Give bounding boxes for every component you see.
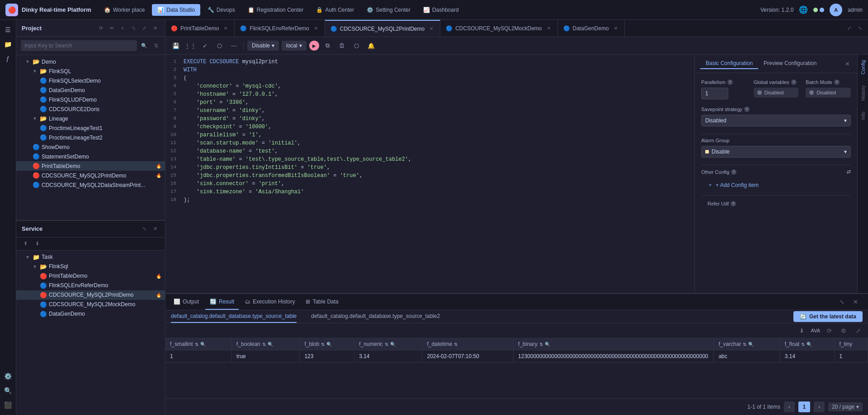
tree-item-statement[interactable]: 🔵 StatementSetDemo	[16, 152, 165, 161]
alert-btn[interactable]: 🔔	[365, 40, 377, 51]
other-config-icon[interactable]: ⇄	[847, 169, 851, 175]
sort-icon[interactable]: ⇅	[321, 342, 325, 347]
tab-close-icon[interactable]: ✕	[222, 25, 229, 32]
tab-datagen[interactable]: 🔵 DataGenDemo ✕	[558, 20, 625, 37]
info-icon[interactable]: ?	[834, 79, 840, 85]
edit-icon[interactable]: ✏	[107, 23, 116, 33]
per-page-select[interactable]: 20 / page ▾	[828, 402, 863, 411]
info-icon[interactable]: ?	[731, 201, 736, 206]
results-tab-table-data[interactable]: ⊞ Table Data	[301, 294, 343, 310]
tree-item-cdcsource-datastream[interactable]: 🔵 CDCSOURCE_MySQL2DataStreamPrint...	[16, 180, 165, 190]
service-tree-datagen[interactable]: 🔵 DataGenDemo	[16, 309, 165, 319]
sync-icon[interactable]: ⟳	[96, 23, 105, 33]
strip-tab-config[interactable]: Config	[859, 55, 868, 80]
save-btn[interactable]: 💾	[170, 40, 182, 51]
tree-item-datagen[interactable]: 🔵 DataGenDemo	[16, 85, 165, 95]
info-icon[interactable]: ?	[727, 79, 733, 85]
download-icon[interactable]: ⬇	[797, 325, 807, 336]
page-number[interactable]: 1	[798, 401, 810, 412]
add-config-btn[interactable]: ＋ + Add Config item	[701, 178, 851, 191]
add-icon[interactable]: +	[118, 23, 127, 33]
tab-cdcsource-mysql2print[interactable]: 🔵 CDCSOURCE_MySQL2PrintDemo ✕	[325, 20, 440, 37]
sort-icon[interactable]: ⇅	[743, 342, 746, 347]
filter-icon[interactable]: 🔍	[200, 342, 206, 347]
sidebar-icon-search[interactable]: 🔍	[2, 384, 14, 397]
tab-basic-config[interactable]: Basic Configuration	[700, 58, 758, 69]
filter-icon[interactable]: 🔍	[748, 342, 754, 347]
avatar[interactable]: A	[830, 4, 842, 16]
tree-item-proctime2[interactable]: 🔵 ProctimeLineageTest2	[16, 133, 165, 142]
alarm-select[interactable]: Disable ▾	[701, 146, 851, 158]
restore-icon[interactable]: ⤢	[844, 24, 854, 33]
service-tree-mysql2mock[interactable]: 🔵 CDCSOURCE_MySQL2MockDemo	[16, 300, 165, 309]
expand-results-icon[interactable]: ⤡	[836, 297, 847, 308]
code-editor[interactable]: 1 EXECUTE CDCSOURCE mysql2print 2 WITH 3…	[165, 55, 694, 293]
results-tab-exec-history[interactable]: 🗂 Execution History	[241, 294, 299, 310]
nav-setting-center[interactable]: ⚙️ Setting Center	[361, 4, 416, 16]
sort-icon[interactable]: ⇅	[262, 342, 266, 347]
nav-data-studio[interactable]: 📊 Data Studio	[152, 4, 200, 16]
info-icon[interactable]: ?	[791, 79, 797, 85]
close-service-icon[interactable]: ✕	[151, 224, 160, 233]
sort-icon[interactable]: ⇅	[151, 41, 160, 50]
tab-close-icon[interactable]: ✕	[613, 25, 619, 32]
more-btn[interactable]: ⋯	[228, 40, 240, 51]
sidebar-icon-project[interactable]: 📁	[2, 38, 14, 51]
tab-close-icon[interactable]: ✕	[546, 25, 552, 32]
strip-tab-info[interactable]: Info	[859, 106, 868, 125]
nav-registration-center[interactable]: 📋 Registration Center	[242, 4, 309, 16]
filter-icon[interactable]: 🔍	[326, 342, 332, 347]
search-icon[interactable]: 🔍	[140, 41, 149, 50]
tree-item-printtable[interactable]: 🔴 PrintTableDemo 🔥	[16, 161, 165, 171]
schedule-btn[interactable]: 🗓	[336, 40, 348, 51]
tree-item-proctime1[interactable]: 🔵 ProctimeLineageTest1	[16, 123, 165, 133]
info-icon[interactable]: ?	[744, 107, 750, 112]
api-btn[interactable]: ⬡	[351, 40, 363, 51]
sort-icon[interactable]: ⇅	[539, 342, 543, 347]
format-btn[interactable]: ⋮⋮	[184, 40, 196, 51]
sort-icon[interactable]: ⇅	[801, 342, 805, 347]
sort-icon[interactable]: ⇅	[454, 342, 458, 347]
result-sub-tab-2[interactable]: default_catalog.default_database.type_so…	[311, 310, 440, 323]
collapse-icon[interactable]: ⤢	[140, 23, 149, 33]
tree-item-flinksqludf[interactable]: 🔵 FlinkSQLUDFDemo	[16, 95, 165, 104]
service-tree-printtable[interactable]: 🔴 PrintTableDemo 🔥	[16, 271, 165, 281]
tree-item-lineage[interactable]: ▼ 📂 Lineage	[16, 114, 165, 123]
dependency-btn[interactable]: ⬡	[213, 40, 225, 51]
service-tree-flinkenv[interactable]: 🔵 FlinkSQLEnvReferDemo	[16, 281, 165, 290]
service-collapse-btn[interactable]: ⬇	[33, 239, 42, 248]
tree-item-cdcsource-mysql2print[interactable]: 🔴 CDCSOURCE_MySQL2PrintDemo 🔥	[16, 171, 165, 180]
nav-auth-center[interactable]: 🔒 Auth Center	[311, 4, 359, 16]
data-table-wrap[interactable]: f_smallint⇅🔍 f_boolean⇅🔍 f_blob⇅🔍 f_nume…	[165, 338, 868, 398]
tab-flink-env[interactable]: 🔵 FlinkSQLEnvReferDemo ✕	[235, 20, 325, 37]
tab-print-table[interactable]: 🔴 PrintTableDemo ✕	[165, 20, 235, 37]
info-icon[interactable]: ?	[731, 169, 736, 175]
nav-devops[interactable]: 🔧 Devops	[202, 4, 241, 16]
run-circle-btn[interactable]: ▶	[309, 41, 319, 51]
filter-icon[interactable]: 🔍	[807, 342, 812, 347]
tree-item-flinksqlselect[interactable]: 🔵 FlinkSQLSelectDemo	[16, 76, 165, 85]
results-tab-output[interactable]: ⬜ Output	[169, 294, 203, 310]
nav-dashboard[interactable]: 📈 Dashboard	[418, 4, 464, 16]
nav-worker-place[interactable]: 🏠 Worker place	[99, 4, 150, 16]
savepoint-select[interactable]: Disabled ▾	[701, 115, 851, 126]
disable-dropdown[interactable]: Disable ▾	[247, 41, 279, 51]
service-tree-flinksql[interactable]: ▼ 📂 FlinkSql	[16, 262, 165, 271]
parallelism-input[interactable]	[701, 88, 728, 99]
tree-item-show[interactable]: 🔵 ShowDemo	[16, 142, 165, 152]
settings-icon[interactable]: ⚙	[838, 325, 849, 336]
results-tab-result[interactable]: 🔄 Result	[205, 294, 239, 310]
batch-toggle[interactable]: Disabled	[806, 88, 851, 98]
globe-icon[interactable]: 🌐	[799, 5, 808, 14]
result-sub-tab-1[interactable]: default_catalog.default_database.type_so…	[171, 310, 297, 323]
tree-item-cdcsource2doris[interactable]: 🔵 CDCSOURCE2Doris	[16, 104, 165, 114]
filter-icon[interactable]: 🔍	[545, 342, 550, 347]
sort-icon[interactable]: ⇅	[385, 342, 388, 347]
close-project-icon[interactable]: ✕	[151, 23, 160, 33]
sidebar-icon-settings[interactable]: ⚙️	[2, 370, 14, 382]
tree-item-flinksql[interactable]: ▼ 📂 FlinkSQL	[16, 66, 165, 76]
tab-preview-config[interactable]: Preview Configuration	[758, 58, 822, 69]
strip-tab-history[interactable]: History	[859, 80, 868, 106]
sidebar-icon-menu[interactable]: ☰	[2, 23, 14, 36]
next-page-btn[interactable]: ›	[814, 401, 825, 412]
